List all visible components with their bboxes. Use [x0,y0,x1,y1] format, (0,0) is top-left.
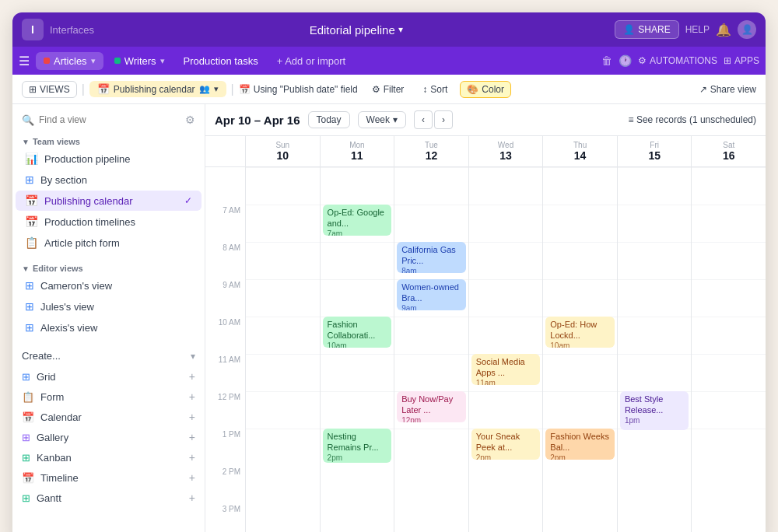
sidebar: 🔍 ⚙ ▼ Team views 📊 Production pipeline ⊞… [12,104,205,532]
create-form[interactable]: 📋 Form + [12,387,205,407]
publishing-calendar-tab[interactable]: 📅 Publishing calendar 👥 ▾ [89,81,226,97]
sidebar-item-camerons-view[interactable]: ⊞ Cameron's view [16,275,202,296]
fri-num: 15 [648,149,661,162]
today-button[interactable]: Today [308,111,350,128]
views-button[interactable]: ⊞ VIEWS [22,81,77,98]
nav-tab-production-tasks[interactable]: Production tasks [176,52,266,70]
event-women-owned[interactable]: Women-owned Bra... 9am [397,279,466,310]
kanban-add-icon[interactable]: + [189,451,195,464]
gallery-add-icon[interactable]: + [189,431,195,443]
day-tue: Tue 12 [394,136,469,532]
nav-bar: ☰ Articles ▾ Writers ▾ Production tasks … [12,47,766,75]
production-timelines-icon: 📅 [25,215,38,228]
team-views-label[interactable]: ▼ Team views [12,132,205,148]
gantt-icon: ⊞ [22,492,30,504]
sort-button[interactable]: ↕ Sort [416,82,454,97]
calendar-add-icon[interactable]: + [189,411,195,423]
sidebar-item-jules-view[interactable]: ⊞ Jules's view [16,296,202,317]
thu-body[interactable]: Op-Ed: How Lockd... 10am Fashion Weeks B… [543,167,617,532]
filter-button[interactable]: ⚙ Filter [366,82,411,97]
hamburger-icon[interactable]: ☰ [19,54,30,68]
prev-button[interactable]: ‹ [414,110,433,129]
sun-body[interactable] [246,167,320,532]
main-content: 🔍 ⚙ ▼ Team views 📊 Production pipeline ⊞… [12,104,766,532]
writers-dot [114,58,121,64]
sidebar-search: 🔍 ⚙ [12,110,205,129]
grid-icon: ⊞ [22,371,30,383]
sun-name: Sun [275,141,289,149]
kanban-icon: ⊞ [22,452,30,464]
create-gantt[interactable]: ⊞ Gantt + [12,488,205,508]
fri-body[interactable]: Best Style Release... 1pm [618,167,692,532]
create-kanban[interactable]: ⊞ Kanban + [12,447,205,467]
wed-body[interactable]: Social Media Apps ... 11am Your Sneak Pe… [469,167,543,532]
event-sneak-peek[interactable]: Your Sneak Peek at... 2pm [471,429,541,460]
time-9am: 9 AM [205,279,245,317]
tue-body[interactable]: California Gas Pric... 8am Women-owned B… [394,167,468,532]
production-pipeline-icon: 📊 [25,152,38,165]
trash-icon[interactable]: 🗑 [601,54,612,67]
event-fashion-collaborati[interactable]: Fashion Collaborati... 10am [323,317,392,348]
event-nesting-remains[interactable]: Nesting Remains Pr... 2pm [323,429,392,463]
add-import-button[interactable]: + Add or import [269,52,354,70]
sidebar-item-production-timelines[interactable]: 📅 Production timelines [16,212,202,232]
help-label[interactable]: HELP [685,24,710,35]
time-8am: 8 AM [205,242,245,279]
field-selector[interactable]: 📅 Using "Publish date" field [239,84,358,95]
sidebar-item-production-pipeline[interactable]: 📊 Production pipeline [16,149,202,169]
event-buy-now[interactable]: Buy Now/Pay Later ... 12pm [397,391,466,422]
editor-views-label[interactable]: ▼ Editor views [12,259,205,275]
gantt-add-icon[interactable]: + [189,492,195,504]
top-bar-actions: 👤 SHARE HELP 🔔 👤 [615,20,756,39]
tue-num: 12 [426,149,438,162]
week-button[interactable]: Week ▾ [358,111,406,128]
create-timeline[interactable]: 📅 Timeline + [12,467,205,488]
create-gallery[interactable]: ⊞ Gallery + [12,427,205,447]
sidebar-item-by-section[interactable]: ⊞ By section [16,170,202,190]
automations-button[interactable]: ⚙ AUTOMATIONS [638,55,717,66]
notification-icon[interactable]: 🔔 [716,23,731,37]
event-fashion-weeks[interactable]: Fashion Weeks Bal... 2pm [545,429,615,460]
search-input[interactable] [39,114,180,125]
nav-tab-writers[interactable]: Writers ▾ [107,52,173,70]
sidebar-item-publishing-calendar[interactable]: 📅 Publishing calendar ✓ [16,191,202,211]
day-wed: Wed 13 [469,136,544,532]
gear-icon[interactable]: ⚙ [185,114,195,126]
sat-body[interactable] [692,167,766,532]
sat-num: 16 [723,149,735,162]
active-check-icon: ✓ [184,195,192,206]
share-button[interactable]: 👤 SHARE [615,20,678,39]
calendar-header: Apr 10 – Apr 16 Today Week ▾ ‹ › ≡ See r… [205,104,766,136]
days-container: Sun 10 [246,136,766,532]
articles-dot [44,58,50,64]
sidebar-item-alexis-view[interactable]: ⊞ Alexis's view [16,317,202,338]
event-social-media[interactable]: Social Media Apps ... 11am [471,354,541,385]
create-section[interactable]: Create... ▾ [12,345,205,366]
share-view-button[interactable]: ↗ Share view [699,84,756,95]
time-7am: 7 AM [205,205,245,242]
create-grid[interactable]: ⊞ Grid + [12,366,205,387]
event-op-ed-lockd[interactable]: Op-Ed: How Lockd... 10am [545,317,615,348]
apps-button[interactable]: ⊞ APPS [724,55,759,66]
event-op-ed-google[interactable]: Op-Ed: Google and... 7am [323,205,392,236]
create-calendar[interactable]: 📅 Calendar + [12,407,205,427]
grid-add-icon[interactable]: + [189,370,195,383]
next-button[interactable]: › [434,110,453,129]
user-avatar[interactable]: 👤 [738,20,756,39]
event-california-gas[interactable]: California Gas Pric... 8am [397,242,466,273]
color-button[interactable]: 🎨 Color [460,81,511,98]
pipeline-chevron[interactable]: ▾ [398,24,403,35]
nav-tab-articles[interactable]: Articles ▾ [36,52,103,70]
mon-body[interactable]: Op-Ed: Google and... 7am Fashion Collabo… [321,167,394,532]
jules-view-icon: ⊞ [25,300,34,313]
sort-icon: ↕ [422,84,427,95]
workspace-label: Interfaces [50,24,94,36]
sidebar-item-article-pitch-form[interactable]: 📋 Article pitch form [16,233,202,253]
filter-icon: ⚙ [372,84,380,95]
history-icon[interactable]: 🕐 [619,54,632,67]
fri-name: Fri [650,141,659,149]
form-add-icon[interactable]: + [189,390,195,403]
timeline-add-icon[interactable]: + [189,471,195,484]
records-button[interactable]: ≡ See records (1 unscheduled) [629,114,756,125]
event-best-style[interactable]: Best Style Release... 1pm [620,391,689,430]
